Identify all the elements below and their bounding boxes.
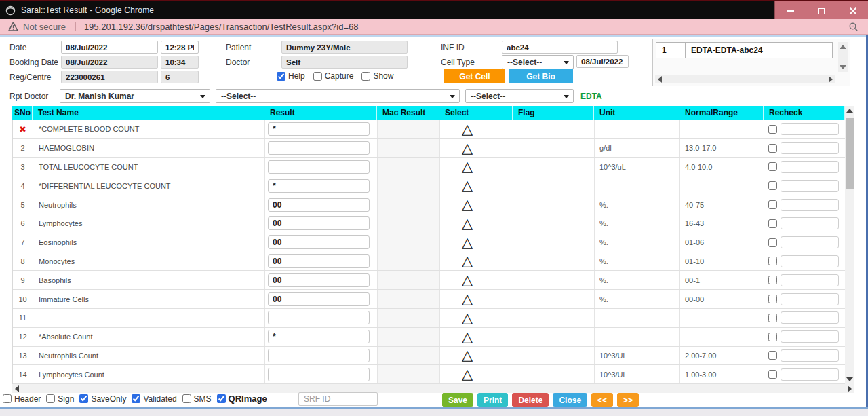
recheck-checkbox[interactable] <box>768 125 777 134</box>
recheck-checkbox[interactable] <box>768 351 777 360</box>
result-input[interactable] <box>268 311 370 324</box>
checkbox[interactable] <box>46 394 55 403</box>
result-input[interactable] <box>268 330 370 343</box>
scroll-right-icon[interactable] <box>848 385 852 392</box>
recheck-checkbox[interactable] <box>768 162 777 171</box>
select-triangle-icon[interactable]: △ <box>440 235 473 250</box>
cell-date-input[interactable] <box>576 55 629 68</box>
scroll-up-icon[interactable] <box>846 109 853 113</box>
select-triangle-icon[interactable]: △ <box>440 122 473 136</box>
cell-type-select[interactable]: --Select-- <box>502 55 574 69</box>
not-secure-warning-icon[interactable] <box>8 22 18 31</box>
result-input[interactable] <box>268 141 370 155</box>
select-triangle-icon[interactable]: △ <box>440 367 473 381</box>
select-triangle-icon[interactable]: △ <box>440 254 473 268</box>
result-input[interactable] <box>268 368 370 381</box>
delete-button[interactable]: Delete <box>512 393 549 407</box>
recheck-checkbox[interactable] <box>768 295 777 303</box>
select-triangle-icon[interactable]: △ <box>440 178 473 193</box>
scroll-down-icon[interactable] <box>846 377 853 381</box>
checkbox[interactable] <box>313 72 322 81</box>
result-input[interactable] <box>268 273 370 287</box>
select-triangle-icon[interactable]: △ <box>440 216 473 231</box>
recheck-input[interactable] <box>781 217 839 229</box>
recheck-input[interactable] <box>781 142 839 154</box>
security-label[interactable]: Not secure <box>23 22 66 32</box>
srf-id-input[interactable] <box>298 392 378 406</box>
save-button[interactable]: Save <box>442 393 473 407</box>
recheck-input[interactable] <box>781 293 839 305</box>
sample-name-cell[interactable]: EDTA-EDTA-abc24 <box>685 42 833 58</box>
result-input[interactable] <box>268 179 370 193</box>
time-input[interactable] <box>161 41 199 54</box>
result-input[interactable] <box>268 198 370 212</box>
result-input[interactable] <box>268 235 370 249</box>
recheck-checkbox[interactable] <box>768 276 777 284</box>
rpt-select-2[interactable]: --Select-- <box>216 89 460 103</box>
prev-button[interactable]: << <box>591 393 613 407</box>
get-bio-button[interactable]: Get Bio <box>509 69 573 83</box>
get-cell-button[interactable]: Get Cell <box>444 69 505 83</box>
rpt-select-3[interactable]: --Select-- <box>465 89 574 103</box>
result-input[interactable] <box>268 292 370 306</box>
inf-id-input[interactable] <box>502 41 618 54</box>
select-triangle-icon[interactable]: △ <box>440 159 473 174</box>
checkbox-qrimage[interactable]: QRImage <box>217 394 267 404</box>
minimize-button[interactable] <box>774 1 806 20</box>
checkbox[interactable] <box>361 72 370 81</box>
scroll-down-icon[interactable] <box>840 65 846 69</box>
recheck-checkbox[interactable] <box>768 314 777 322</box>
next-button[interactable]: >> <box>617 393 639 407</box>
checkbox-help[interactable]: Help <box>277 71 305 81</box>
recheck-input[interactable] <box>781 368 839 381</box>
recheck-input[interactable] <box>781 311 839 324</box>
select-triangle-icon[interactable]: △ <box>440 348 473 362</box>
scroll-right-icon[interactable] <box>829 76 833 83</box>
checkbox-sign[interactable]: Sign <box>46 394 74 404</box>
scroll-left-icon[interactable] <box>658 76 662 83</box>
scrollbar-thumb[interactable] <box>846 118 854 189</box>
checkbox-sms[interactable]: SMS <box>182 394 212 404</box>
recheck-input[interactable] <box>781 236 839 248</box>
recheck-input[interactable] <box>781 349 839 362</box>
checkbox[interactable] <box>217 394 226 403</box>
recheck-checkbox[interactable] <box>768 219 777 228</box>
sample-sno-cell[interactable]: 1 <box>656 42 686 58</box>
recheck-checkbox[interactable] <box>768 333 777 341</box>
maximize-button[interactable] <box>806 1 837 20</box>
recheck-checkbox[interactable] <box>768 238 777 247</box>
scroll-up-icon[interactable] <box>840 45 846 49</box>
close-button[interactable]: Close <box>553 393 587 407</box>
recheck-checkbox[interactable] <box>768 200 777 209</box>
recheck-checkbox[interactable] <box>768 144 777 153</box>
select-triangle-icon[interactable]: △ <box>440 311 473 325</box>
table-vertical-scrollbar[interactable] <box>845 106 854 384</box>
zoom-icon[interactable] <box>848 22 859 32</box>
checkbox-validated[interactable]: Validated <box>132 394 176 404</box>
result-input[interactable] <box>268 349 370 362</box>
checkbox-show[interactable]: Show <box>361 71 393 81</box>
select-triangle-icon[interactable]: △ <box>440 273 473 287</box>
recheck-input[interactable] <box>781 274 839 286</box>
sample-vertical-scrollbar[interactable] <box>838 42 848 72</box>
checkbox-capture[interactable]: Capture <box>313 71 354 81</box>
checkbox-header[interactable]: Header <box>3 394 41 404</box>
recheck-input[interactable] <box>781 330 839 343</box>
checkbox[interactable] <box>132 394 140 403</box>
print-button[interactable]: Print <box>477 393 508 407</box>
recheck-input[interactable] <box>781 199 839 211</box>
scroll-left-icon[interactable] <box>15 385 19 392</box>
checkbox[interactable] <box>3 394 12 403</box>
recheck-input[interactable] <box>781 123 839 135</box>
result-input[interactable] <box>268 160 370 174</box>
rpt-doctor-select[interactable]: Dr. Manish Kumar <box>60 89 210 103</box>
recheck-checkbox[interactable] <box>768 370 777 379</box>
select-triangle-icon[interactable]: △ <box>440 292 473 306</box>
result-input[interactable] <box>268 254 370 268</box>
result-input[interactable] <box>268 122 370 136</box>
select-triangle-icon[interactable]: △ <box>440 197 473 212</box>
recheck-checkbox[interactable] <box>768 257 777 265</box>
close-button[interactable] <box>837 1 868 20</box>
recheck-input[interactable] <box>781 161 839 173</box>
sample-horizontal-scrollbar[interactable] <box>655 75 835 83</box>
